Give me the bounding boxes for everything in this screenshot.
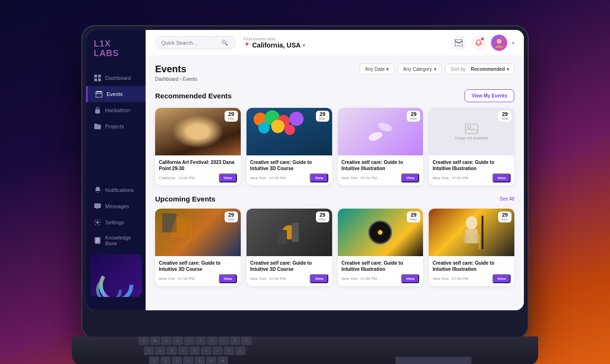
card-view-button[interactable]: View xyxy=(310,173,328,182)
date-badge: 29 Mar xyxy=(407,111,420,122)
lock-icon xyxy=(94,106,101,114)
logo-line2: LABS xyxy=(94,48,119,58)
book-icon xyxy=(94,237,101,244)
sidebar-item-messages[interactable]: Messages xyxy=(86,198,146,214)
card-footer: California · 12:00 PM View xyxy=(159,173,237,182)
folder-icon xyxy=(94,123,101,130)
card-title: Creative self care: Guide to Intuitive 3… xyxy=(159,260,237,272)
sidebar-item-settings[interactable]: Settings xyxy=(86,214,146,230)
card-image: 29 Mar xyxy=(429,209,514,256)
svg-rect-9 xyxy=(94,203,101,208)
card-body: Creative self care: Guide to Intuitive I… xyxy=(429,155,514,185)
card-view-button[interactable]: View xyxy=(401,274,419,283)
sidebar-item-notifications[interactable]: Notifications xyxy=(86,182,146,198)
svg-point-19 xyxy=(495,45,503,48)
page-title: Events xyxy=(155,64,187,75)
date-badge: 29 Mar xyxy=(316,111,329,122)
card-location: New York xyxy=(342,176,358,180)
sidebar-decoration xyxy=(90,254,142,297)
card-time: 07:00 PM xyxy=(361,176,377,180)
bell-icon xyxy=(94,186,101,194)
svg-point-15 xyxy=(101,270,131,297)
sidebar-item-label: Notifications xyxy=(105,187,134,193)
card-location: New York xyxy=(250,176,266,180)
calendar-icon xyxy=(95,90,103,98)
sidebar-item-dashboard[interactable]: Dashboard xyxy=(86,70,146,86)
logo-line1: L1X xyxy=(94,39,111,48)
location-selector[interactable]: 📍 California, USA ▾ xyxy=(244,41,305,49)
category-filter[interactable]: Any Category ▾ xyxy=(398,64,442,75)
sidebar: L1X LABS Dashboard xyxy=(86,30,146,310)
mail-button[interactable] xyxy=(451,35,466,50)
event-card-rec1: 29 Mar California Art Festival: 2023 Dan… xyxy=(155,108,241,185)
location-area: Find events near 📍 California, USA ▾ xyxy=(244,37,443,49)
page-body: Events Any Date ▾ Any Category ▾ Sort by xyxy=(146,56,524,310)
card-view-button[interactable]: View xyxy=(401,173,419,182)
date-month: Mar xyxy=(227,218,235,221)
card-footer: New York · 07:00 PM View xyxy=(250,173,328,182)
card-body: Creative self care: Guide to Intuitive I… xyxy=(429,256,514,286)
date-month: Mar xyxy=(410,218,417,221)
card-view-button[interactable]: View xyxy=(219,274,237,283)
sidebar-item-projects[interactable]: Projects xyxy=(86,118,146,134)
card-view-button[interactable]: View xyxy=(492,173,511,182)
svg-rect-32 xyxy=(463,234,468,243)
card-meta: New York · 07:00 PM xyxy=(250,277,286,281)
breadcrumb-home[interactable]: Dashboard xyxy=(155,77,178,82)
card-body: Creative self care: Guide to Intuitive I… xyxy=(338,256,423,286)
search-box[interactable]: 🔍 xyxy=(155,36,236,49)
mail-icon xyxy=(455,39,462,46)
card-body: Creative self care: Guide to Intuitive 3… xyxy=(246,256,332,286)
card-meta: New York · 07:00 PM xyxy=(250,176,286,180)
message-icon xyxy=(94,202,101,210)
date-filter[interactable]: Any Date ▾ xyxy=(360,64,394,75)
card-time: 07:00 PM xyxy=(452,176,468,180)
svg-rect-28 xyxy=(277,230,287,244)
recommended-section-header: Recommended Events View My Events xyxy=(155,89,514,102)
sidebar-item-label: Events xyxy=(107,91,123,97)
hands-svg xyxy=(366,117,394,146)
recommended-events-grid: 29 Mar California Art Festival: 2023 Dan… xyxy=(155,108,514,185)
sidebar-item-events[interactable]: Events xyxy=(86,86,146,102)
upcoming-section-header: Upcoming Events See All xyxy=(155,195,514,203)
chevron-down-icon: ▾ xyxy=(507,67,509,72)
date-month: Mar xyxy=(319,117,326,121)
avatar-button[interactable] xyxy=(491,35,507,51)
card-body: California Art Festival: 2023 Dana Point… xyxy=(155,155,241,185)
card-title: California Art Festival: 2023 Dana Point… xyxy=(159,159,237,172)
upcoming-events-grid: 29 Mar Creative self care: Guide to Intu… xyxy=(155,209,514,286)
view-my-events-button[interactable]: View My Events xyxy=(464,89,514,102)
sidebar-item-hackathon[interactable]: Hackathon xyxy=(86,102,146,118)
chevron-down-icon: ▾ xyxy=(434,67,436,72)
date-badge: 29 Mar xyxy=(225,111,238,122)
card-view-button[interactable]: View xyxy=(219,173,237,182)
sidebar-item-knowledge-base[interactable]: Knowledge Base xyxy=(86,230,146,250)
page-filters: Any Date ▾ Any Category ▾ Sort by Recomm… xyxy=(360,64,514,75)
card-title: Creative self care: Guide to Intuitive I… xyxy=(342,260,420,272)
notification-button[interactable] xyxy=(471,35,486,50)
svg-rect-34 xyxy=(479,216,481,249)
card-meta: New York · 07:00 PM xyxy=(342,277,377,281)
abstract-ring-svg xyxy=(95,259,138,297)
breadcrumb: Dashboard › Events xyxy=(155,77,514,82)
card-time: 07:00 PM xyxy=(178,277,194,281)
card-title: Creative self care: Guide to Intuitive I… xyxy=(433,260,511,272)
cubism-svg xyxy=(155,209,193,247)
sidebar-item-label: Hackathon xyxy=(105,107,130,113)
card-time: 07:00 PM xyxy=(452,277,468,281)
card-footer: New York · 07:00 PM View xyxy=(433,274,511,283)
see-all-button[interactable]: See All xyxy=(500,196,514,201)
card-image: 29 Mar xyxy=(338,108,423,155)
card-title: Creative self care: Guide to Intuitive I… xyxy=(342,159,420,172)
card-view-button[interactable]: View xyxy=(492,274,511,283)
svg-rect-2 xyxy=(94,78,97,81)
vinyl-disc xyxy=(368,220,392,244)
sidebar-item-label: Settings xyxy=(105,220,124,225)
sort-button[interactable]: Sort by Recommended ▾ xyxy=(445,64,514,75)
upcoming-title: Upcoming Events xyxy=(155,195,216,203)
breadcrumb-current: Events xyxy=(183,77,197,82)
card-view-button[interactable]: View xyxy=(310,274,328,283)
event-card-up3: 29 Mar Creative self care: Guide to Intu… xyxy=(338,209,423,286)
location-text: California, USA xyxy=(252,41,301,49)
search-input[interactable] xyxy=(161,40,218,46)
